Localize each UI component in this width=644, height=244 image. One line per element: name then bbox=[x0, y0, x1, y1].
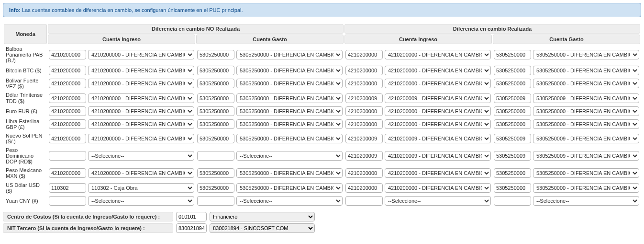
nr-gasto-select[interactable]: 5305250000 - DIFERENCIA EN CAMBIO bbox=[236, 106, 343, 116]
r-gasto-select[interactable]: 5305250000 - DIFERENCIA EN CAMBIO bbox=[533, 106, 639, 116]
r-ingreso-code[interactable] bbox=[345, 106, 383, 116]
centro-costos-select[interactable]: Financiero bbox=[210, 212, 315, 221]
r-ingreso-select[interactable]: 4210200000 - DIFERENCIA EN CAMBIO bbox=[385, 50, 491, 59]
table-row: Euro EUR (€)4210200000 - DIFERENCIA EN C… bbox=[4, 106, 640, 116]
r-gasto-select[interactable]: 5305250000 - DIFERENCIA EN CAMBIO bbox=[533, 119, 639, 129]
r-gasto-code[interactable] bbox=[494, 168, 531, 178]
nr-ingreso-code[interactable] bbox=[49, 196, 86, 206]
nr-ingreso-select[interactable]: 4210200000 - DIFERENCIA EN CAMBIO bbox=[88, 134, 194, 143]
r-gasto-code[interactable] bbox=[494, 106, 531, 116]
r-ingreso-code[interactable] bbox=[345, 196, 383, 206]
nr-ingreso-code[interactable] bbox=[49, 50, 86, 59]
r-ingreso-select[interactable]: --Seleccione-- bbox=[385, 196, 491, 206]
nit-tercero-select[interactable]: 830021894 - SINCOSOFT COM bbox=[210, 223, 315, 233]
nr-ingreso-select[interactable]: 110302 - Caja Obra bbox=[88, 183, 194, 193]
r-ingreso-select[interactable]: 4210200000 - DIFERENCIA EN CAMBIO bbox=[385, 66, 491, 75]
r-gasto-select[interactable]: 5305250009 - DIFERENCIA EN CAMBIO bbox=[533, 134, 639, 143]
r-gasto-select[interactable]: 5305250000 - DIFERENCIA EN CAMBIO bbox=[533, 183, 639, 193]
r-gasto-code[interactable] bbox=[494, 66, 531, 75]
nr-gasto-code[interactable] bbox=[197, 119, 234, 129]
r-gasto-select[interactable]: 5305250000 - DIFERENCIA EN CAMBIO bbox=[533, 168, 639, 178]
r-ingreso-code[interactable] bbox=[345, 151, 383, 161]
r-ingreso-code[interactable] bbox=[345, 119, 383, 129]
nr-gasto-code[interactable] bbox=[197, 134, 234, 143]
r-ingreso-code[interactable] bbox=[345, 79, 383, 88]
nr-ingreso-code[interactable] bbox=[49, 66, 86, 75]
r-gasto-code[interactable] bbox=[494, 151, 531, 161]
nr-gasto-select[interactable]: 5305250000 - DIFERENCIA EN CAMBIO bbox=[236, 183, 343, 193]
centro-costos-code[interactable] bbox=[176, 212, 207, 221]
table-row: Balboa Panameña PAB (B./)4210200000 - DI… bbox=[4, 45, 640, 64]
nr-ingreso-select[interactable]: 4210200000 - DIFERENCIA EN CAMBIO bbox=[88, 79, 194, 88]
nr-ingreso-select[interactable]: 4210200000 - DIFERENCIA EN CAMBIO bbox=[88, 93, 194, 103]
r-ingreso-code[interactable] bbox=[345, 50, 383, 59]
nr-gasto-code[interactable] bbox=[197, 93, 234, 103]
r-gasto-select[interactable]: --Seleccione-- bbox=[533, 196, 639, 206]
r-ingreso-select[interactable]: 4210200009 - DIFERENCIA EN CAMBIO bbox=[385, 134, 491, 143]
table-row: Dólar Trinitense TDD ($)4210200000 - DIF… bbox=[4, 91, 640, 105]
r-gasto-select[interactable]: 5305250000 - DIFERENCIA EN CAMBIO bbox=[533, 66, 639, 75]
nr-gasto-code[interactable] bbox=[197, 196, 234, 206]
nit-tercero-code[interactable] bbox=[176, 223, 207, 233]
nr-gasto-select[interactable]: --Seleccione-- bbox=[236, 151, 343, 161]
r-gasto-code[interactable] bbox=[494, 196, 531, 206]
nr-ingreso-select[interactable]: 4210200000 - DIFERENCIA EN CAMBIO bbox=[88, 168, 194, 178]
r-ingreso-select[interactable]: 4210200000 - DIFERENCIA EN CAMBIO bbox=[385, 119, 491, 129]
r-gasto-select[interactable]: 5305250009 - DIFERENCIA EN CAMBIO bbox=[533, 151, 639, 161]
nr-ingreso-code[interactable] bbox=[49, 106, 86, 116]
nr-gasto-code[interactable] bbox=[197, 168, 234, 178]
r-ingreso-select[interactable]: 4210200000 - DIFERENCIA EN CAMBIO bbox=[385, 79, 491, 88]
nr-gasto-select[interactable]: 5305250000 - DIFERENCIA EN CAMBIO bbox=[236, 50, 343, 59]
moneda-cell: Dólar Trinitense TDD ($) bbox=[4, 91, 47, 105]
nr-ingreso-select[interactable]: 4210200000 - DIFERENCIA EN CAMBIO bbox=[88, 119, 194, 129]
nr-ingreso-code[interactable] bbox=[49, 134, 86, 143]
nr-ingreso-code[interactable] bbox=[49, 183, 86, 193]
nr-ingreso-code[interactable] bbox=[49, 119, 86, 129]
r-ingreso-select[interactable]: 4210200009 - DIFERENCIA EN CAMBIO bbox=[385, 151, 491, 161]
nr-gasto-select[interactable]: 5305250000 - DIFERENCIA EN CAMBIO bbox=[236, 93, 343, 103]
r-gasto-code[interactable] bbox=[494, 79, 531, 88]
nr-gasto-code[interactable] bbox=[197, 151, 234, 161]
nr-gasto-code[interactable] bbox=[197, 79, 234, 88]
nr-gasto-select[interactable]: --Seleccione-- bbox=[236, 196, 343, 206]
nr-ingreso-select[interactable]: 4210200000 - DIFERENCIA EN CAMBIO bbox=[88, 106, 194, 116]
nr-gasto-select[interactable]: 5305250000 - DIFERENCIA EN CAMBIO bbox=[236, 119, 343, 129]
r-ingreso-code[interactable] bbox=[345, 134, 383, 143]
r-gasto-code[interactable] bbox=[494, 93, 531, 103]
nr-ingreso-select[interactable]: 4210200000 - DIFERENCIA EN CAMBIO bbox=[88, 50, 194, 59]
nr-ingreso-code[interactable] bbox=[49, 151, 86, 161]
r-gasto-select[interactable]: 5305250009 - DIFERENCIA EN CAMBIO bbox=[533, 93, 639, 103]
nr-gasto-code[interactable] bbox=[197, 50, 234, 59]
r-ingreso-code[interactable] bbox=[345, 183, 383, 193]
r-gasto-code[interactable] bbox=[494, 183, 531, 193]
r-ingreso-code[interactable] bbox=[345, 93, 383, 103]
r-gasto-code[interactable] bbox=[494, 134, 531, 143]
nr-ingreso-select[interactable]: --Seleccione-- bbox=[88, 196, 194, 206]
r-ingreso-select[interactable]: 4210200000 - DIFERENCIA EN CAMBIO bbox=[385, 168, 491, 178]
header-r-gasto: Cuenta Gasto bbox=[493, 35, 640, 44]
r-gasto-select[interactable]: 5305250000 - DIFERENCIA EN CAMBIO bbox=[533, 79, 639, 88]
r-ingreso-code[interactable] bbox=[345, 168, 383, 178]
nr-ingreso-code[interactable] bbox=[49, 79, 86, 88]
nr-gasto-code[interactable] bbox=[197, 66, 234, 75]
nr-gasto-code[interactable] bbox=[197, 106, 234, 116]
r-ingreso-select[interactable]: 4210200000 - DIFERENCIA EN CAMBIO bbox=[385, 183, 491, 193]
nr-ingreso-select[interactable]: 4210200000 - DIFERENCIA EN CAMBIO bbox=[88, 66, 194, 75]
r-ingreso-select[interactable]: 4210200000 - DIFERENCIA EN CAMBIO bbox=[385, 106, 491, 116]
nr-gasto-select[interactable]: 5305250000 - DIFERENCIA EN CAMBIO bbox=[236, 66, 343, 75]
r-ingreso-select[interactable]: 4210200009 - DIFERENCIA EN CAMBIO bbox=[385, 93, 491, 103]
r-gasto-select[interactable]: 5305250000 - DIFERENCIA EN CAMBIO bbox=[533, 50, 639, 59]
nr-gasto-select[interactable]: 5305250000 - DIFERENCIA EN CAMBIO bbox=[236, 168, 343, 178]
moneda-cell: Bitcoin BTC ($) bbox=[4, 65, 47, 76]
nr-gasto-code[interactable] bbox=[197, 183, 234, 193]
moneda-cell: Nuevo Sol PEN (S/.) bbox=[4, 132, 47, 145]
r-gasto-code[interactable] bbox=[494, 119, 531, 129]
table-row: Libra Esterlina GBP (£)4210200000 - DIFE… bbox=[4, 117, 640, 131]
nr-ingreso-code[interactable] bbox=[49, 93, 86, 103]
nr-gasto-select[interactable]: 5305250000 - DIFERENCIA EN CAMBIO bbox=[236, 134, 343, 143]
nr-ingreso-code[interactable] bbox=[49, 168, 86, 178]
nr-ingreso-select[interactable]: --Seleccione-- bbox=[88, 151, 194, 161]
nr-gasto-select[interactable]: 5305250000 - DIFERENCIA EN CAMBIO bbox=[236, 79, 343, 88]
r-ingreso-code[interactable] bbox=[345, 66, 383, 75]
r-gasto-code[interactable] bbox=[494, 50, 531, 59]
